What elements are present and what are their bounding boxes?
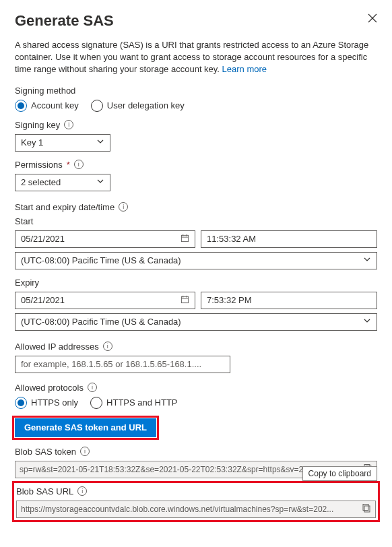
expiry-label: Expiry	[15, 278, 377, 288]
radio-https-only[interactable]: HTTPS only	[15, 397, 78, 409]
copy-tooltip: Copy to clipboard	[302, 466, 377, 481]
sas-token-label: Blob SAS token i	[15, 447, 377, 457]
radio-account-key-label: Account key	[31, 100, 79, 110]
permissions-value: 2 selected	[21, 177, 61, 187]
permissions-label: Permissions * i	[15, 160, 377, 170]
description-body: A shared access signature (SAS) is a URI…	[15, 40, 368, 74]
copy-icon[interactable]	[362, 503, 371, 515]
radio-user-delegation-key[interactable]: User delegation key	[91, 100, 185, 112]
chevron-down-icon	[363, 317, 371, 327]
expiry-time-input[interactable]: 7:53:32 PM	[201, 292, 377, 309]
required-asterisk: *	[67, 160, 70, 170]
expiry-timezone-select[interactable]: (UTC-08:00) Pacific Time (US & Canada)	[15, 313, 377, 331]
radio-https-http-label: HTTPS and HTTP	[106, 397, 177, 408]
sas-url-label: Blob SAS URL i	[16, 486, 376, 496]
expiry-time-value: 7:53:32 PM	[207, 295, 252, 305]
start-expiry-label: Start and expiry date/time i	[15, 202, 377, 212]
radio-account-key[interactable]: Account key	[15, 100, 79, 112]
svg-rect-12	[364, 506, 370, 512]
info-icon[interactable]: i	[64, 120, 73, 129]
expiry-date-input[interactable]: 05/21/2021	[15, 292, 195, 309]
radio-dot-icon	[15, 100, 27, 112]
close-button[interactable]	[368, 13, 377, 25]
info-icon[interactable]: i	[103, 342, 112, 351]
signing-key-value: Key 1	[21, 137, 43, 148]
allowed-ip-placeholder: for example, 168.1.5.65 or 168.1.5.65-16…	[21, 359, 201, 369]
generate-sas-button[interactable]: Generate SAS token and URL	[15, 418, 156, 437]
radio-dot-icon	[90, 397, 102, 409]
svg-rect-13	[363, 505, 368, 511]
info-icon[interactable]: i	[119, 202, 128, 212]
learn-more-link[interactable]: Learn more	[222, 64, 267, 74]
start-label: Start	[15, 216, 377, 226]
calendar-icon	[181, 234, 189, 245]
radio-dot-icon	[91, 100, 103, 112]
allowed-ip-input[interactable]: for example, 168.1.5.65 or 168.1.5.65-16…	[15, 356, 230, 373]
radio-https-only-label: HTTPS only	[31, 397, 78, 408]
sas-url-value: https://mystorageaccountvdalc.blob.core.…	[21, 505, 362, 514]
start-date-value: 05/21/2021	[21, 234, 65, 244]
svg-rect-2	[181, 235, 188, 241]
info-icon[interactable]: i	[80, 447, 90, 456]
start-time-value: 11:53:32 AM	[207, 234, 256, 244]
start-timezone-select[interactable]: (UTC-08:00) Pacific Time (US & Canada)	[15, 252, 377, 269]
allowed-ip-label: Allowed IP addresses i	[15, 342, 377, 352]
start-time-input[interactable]: 11:53:32 AM	[201, 230, 377, 248]
sas-url-group: Copy to clipboard Blob SAS URL i https:/…	[15, 484, 377, 519]
expiry-date-value: 05/21/2021	[21, 295, 65, 305]
info-icon[interactable]: i	[88, 383, 97, 392]
chevron-down-icon	[96, 137, 104, 148]
calendar-icon	[181, 295, 189, 306]
start-tz-value: (UTC-08:00) Pacific Time (US & Canada)	[21, 255, 181, 265]
radio-https-and-http[interactable]: HTTPS and HTTP	[90, 397, 177, 409]
sas-url-output[interactable]: https://mystorageaccountvdalc.blob.core.…	[16, 501, 376, 518]
svg-rect-6	[181, 296, 188, 302]
signing-key-label: Signing key i	[15, 120, 377, 130]
chevron-down-icon	[96, 177, 104, 187]
allowed-protocols-label: Allowed protocols i	[15, 383, 377, 393]
expiry-tz-value: (UTC-08:00) Pacific Time (US & Canada)	[21, 317, 181, 327]
radio-dot-icon	[15, 397, 27, 409]
close-icon	[368, 13, 377, 23]
signing-key-select[interactable]: Key 1	[15, 134, 110, 152]
description-text: A shared access signature (SAS) is a URI…	[15, 39, 377, 76]
signing-method-label: Signing method	[15, 86, 377, 96]
chevron-down-icon	[363, 255, 371, 265]
page-title: Generate SAS	[15, 12, 377, 30]
info-icon[interactable]: i	[77, 486, 87, 496]
radio-user-delegation-label: User delegation key	[107, 100, 185, 110]
start-date-input[interactable]: 05/21/2021	[15, 230, 195, 248]
permissions-select[interactable]: 2 selected	[15, 174, 110, 191]
info-icon[interactable]: i	[74, 160, 84, 169]
